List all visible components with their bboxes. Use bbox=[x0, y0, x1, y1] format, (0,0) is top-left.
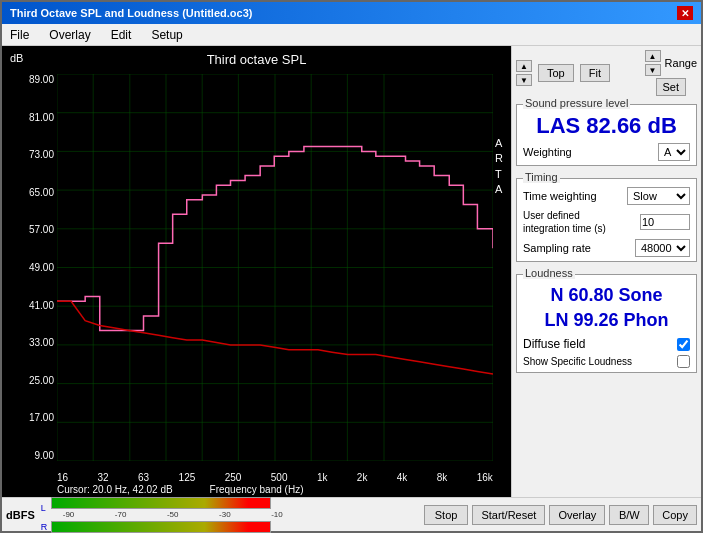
meter-ticks-l: -90 -70 -50 -30 -10 bbox=[63, 510, 283, 519]
loudness-section-label: Loudness bbox=[523, 267, 575, 279]
spl-section: Sound pressure level LAS 82.66 dB Weight… bbox=[516, 104, 697, 166]
top-down-button[interactable]: ▼ bbox=[516, 74, 532, 86]
chart-title: Third octave SPL bbox=[207, 52, 307, 67]
bw-button[interactable]: B/W bbox=[609, 505, 649, 525]
chart-area: Third octave SPL dB ARTA 89.00 81.00 73.… bbox=[2, 46, 511, 497]
window-title: Third Octave SPL and Loudness (Untitled.… bbox=[10, 7, 252, 19]
x-label-6: 1k bbox=[317, 472, 328, 483]
top-up-button[interactable]: ▲ bbox=[516, 60, 532, 72]
main-content: Third octave SPL dB ARTA 89.00 81.00 73.… bbox=[2, 46, 701, 497]
y-label-7: 33.00 bbox=[29, 337, 54, 348]
weighting-select[interactable]: A B C D Z bbox=[658, 143, 690, 161]
title-bar: Third Octave SPL and Loudness (Untitled.… bbox=[2, 2, 701, 24]
top-spinner: ▲ ▼ bbox=[516, 60, 532, 86]
x-label-0: 16 bbox=[57, 472, 68, 483]
r-label: R bbox=[41, 522, 49, 532]
range-up-button[interactable]: ▲ bbox=[645, 50, 661, 62]
range-spinner: ▲ ▼ bbox=[645, 50, 661, 76]
sampling-label: Sampling rate bbox=[523, 242, 591, 254]
sampling-select[interactable]: 44100 48000 96000 bbox=[635, 239, 690, 257]
menu-file[interactable]: File bbox=[6, 27, 33, 43]
x-label-10: 16k bbox=[477, 472, 493, 483]
user-int-label: User defined integration time (s) bbox=[523, 209, 623, 235]
y-label-5: 49.00 bbox=[29, 262, 54, 273]
y-label-4: 57.00 bbox=[29, 224, 54, 235]
close-button[interactable]: ✕ bbox=[677, 6, 693, 20]
x-axis: 16 32 63 125 250 500 1k 2k 4k 8k 16k bbox=[57, 472, 493, 483]
spl-section-label: Sound pressure level bbox=[523, 97, 630, 109]
meter-row-r: R bbox=[41, 521, 283, 533]
diffuse-row: Diffuse field bbox=[523, 337, 690, 351]
meter-wrapper: L -90 -70 -50 -30 -10 R bbox=[41, 497, 283, 533]
diffuse-label: Diffuse field bbox=[523, 337, 585, 351]
loudness-section: Loudness N 60.80 Sone LN 99.26 Phon Diff… bbox=[516, 274, 697, 373]
top-button[interactable]: Top bbox=[538, 64, 574, 82]
loudness-sone: N 60.80 Sone bbox=[550, 285, 662, 305]
menu-bar: File Overlay Edit Setup bbox=[2, 24, 701, 46]
x-label-5: 500 bbox=[271, 472, 288, 483]
dbfs-label: dBFS bbox=[6, 509, 35, 521]
menu-edit[interactable]: Edit bbox=[107, 27, 136, 43]
set-button[interactable]: Set bbox=[656, 78, 687, 96]
user-int-row: User defined integration time (s) 10 bbox=[523, 209, 690, 235]
y-label-0: 89.00 bbox=[29, 74, 54, 85]
range-label: Range bbox=[665, 57, 697, 69]
level-meter-r bbox=[51, 521, 271, 533]
top-controls: ▲ ▼ Top Fit ▲ ▼ Range Set bbox=[516, 50, 697, 96]
menu-setup[interactable]: Setup bbox=[147, 27, 186, 43]
show-specific-label: Show Specific Loudness bbox=[523, 356, 632, 367]
overlay-button[interactable]: Overlay bbox=[549, 505, 605, 525]
time-weighting-label: Time weighting bbox=[523, 190, 597, 202]
show-specific-row: Show Specific Loudness bbox=[523, 355, 690, 368]
l-label: L bbox=[41, 503, 49, 513]
x-label-3: 125 bbox=[179, 472, 196, 483]
y-label-1: 81.00 bbox=[29, 112, 54, 123]
fit-button[interactable]: Fit bbox=[580, 64, 610, 82]
weighting-row: Weighting A B C D Z bbox=[523, 143, 690, 161]
y-label-10: 9.00 bbox=[35, 450, 54, 461]
main-window: Third Octave SPL and Loudness (Untitled.… bbox=[0, 0, 703, 533]
y-label-3: 65.00 bbox=[29, 187, 54, 198]
bottom-buttons: Stop Start/Reset Overlay B/W Copy bbox=[424, 505, 697, 525]
x-label-8: 4k bbox=[397, 472, 408, 483]
user-int-input[interactable]: 10 bbox=[640, 214, 690, 230]
bottom-bar: dBFS L -90 -70 -50 -30 -10 R bbox=[2, 497, 701, 531]
freq-label: Frequency band (Hz) bbox=[210, 484, 304, 495]
y-label-2: 73.00 bbox=[29, 149, 54, 160]
meter-row-l: L -90 -70 -50 -30 -10 bbox=[41, 497, 283, 519]
range-group: ▲ ▼ Range Set bbox=[645, 50, 697, 96]
time-weighting-row: Time weighting Slow Fast Impulse bbox=[523, 187, 690, 205]
copy-button[interactable]: Copy bbox=[653, 505, 697, 525]
x-label-2: 63 bbox=[138, 472, 149, 483]
sampling-row: Sampling rate 44100 48000 96000 bbox=[523, 239, 690, 257]
right-panel: ▲ ▼ Top Fit ▲ ▼ Range Set bbox=[511, 46, 701, 497]
weighting-label: Weighting bbox=[523, 146, 572, 158]
stop-button[interactable]: Stop bbox=[424, 505, 469, 525]
level-meter-l bbox=[51, 497, 271, 509]
x-label-1: 32 bbox=[98, 472, 109, 483]
y-label-9: 17.00 bbox=[29, 412, 54, 423]
x-label-4: 250 bbox=[225, 472, 242, 483]
timing-section-label: Timing bbox=[523, 171, 560, 183]
chart-ylabel: dB bbox=[10, 52, 23, 64]
x-label-7: 2k bbox=[357, 472, 368, 483]
start-reset-button[interactable]: Start/Reset bbox=[472, 505, 545, 525]
chart-arta: ARTA bbox=[495, 136, 503, 198]
menu-overlay[interactable]: Overlay bbox=[45, 27, 94, 43]
x-label-9: 8k bbox=[437, 472, 448, 483]
y-axis: 89.00 81.00 73.00 65.00 57.00 49.00 41.0… bbox=[6, 74, 54, 461]
y-label-8: 25.00 bbox=[29, 375, 54, 386]
timing-section: Timing Time weighting Slow Fast Impulse … bbox=[516, 178, 697, 262]
loudness-value: N 60.80 Sone LN 99.26 Phon bbox=[523, 283, 690, 333]
time-weighting-select[interactable]: Slow Fast Impulse bbox=[627, 187, 690, 205]
y-label-6: 41.00 bbox=[29, 300, 54, 311]
cursor-label: Cursor: 20.0 Hz, 42.02 dB bbox=[57, 484, 173, 495]
spl-value: LAS 82.66 dB bbox=[523, 113, 690, 139]
loudness-phon: LN 99.26 Phon bbox=[544, 310, 668, 330]
show-specific-checkbox[interactable] bbox=[677, 355, 690, 368]
diffuse-checkbox[interactable] bbox=[677, 338, 690, 351]
range-down-button[interactable]: ▼ bbox=[645, 64, 661, 76]
chart-canvas bbox=[57, 74, 493, 461]
